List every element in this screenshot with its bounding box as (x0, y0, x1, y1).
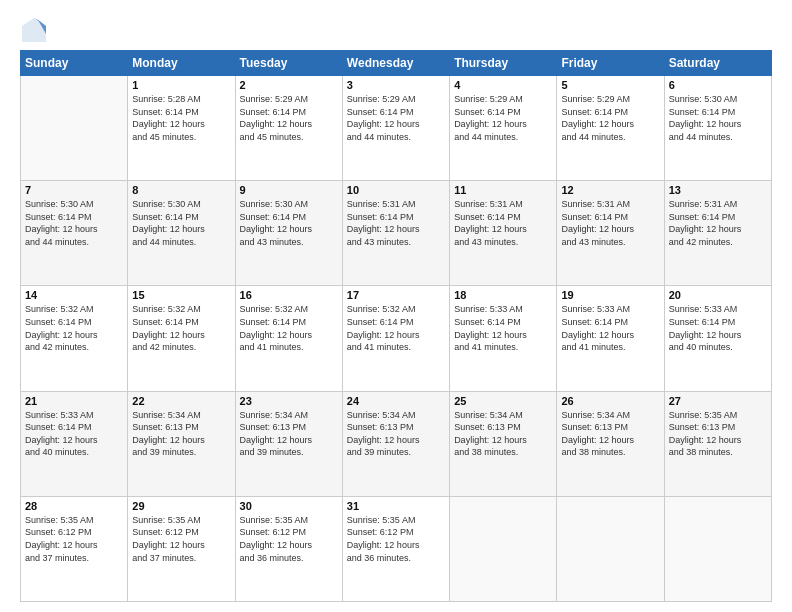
day-info: Sunrise: 5:33 AMSunset: 6:14 PMDaylight:… (25, 409, 123, 459)
day-number: 2 (240, 79, 338, 91)
weekday-header-thursday: Thursday (450, 51, 557, 76)
day-number: 27 (669, 395, 767, 407)
calendar-cell: 5Sunrise: 5:29 AMSunset: 6:14 PMDaylight… (557, 76, 664, 181)
calendar-cell: 17Sunrise: 5:32 AMSunset: 6:14 PMDayligh… (342, 286, 449, 391)
day-info: Sunrise: 5:32 AMSunset: 6:14 PMDaylight:… (240, 303, 338, 353)
day-number: 15 (132, 289, 230, 301)
calendar-cell: 29Sunrise: 5:35 AMSunset: 6:12 PMDayligh… (128, 496, 235, 601)
calendar-cell: 28Sunrise: 5:35 AMSunset: 6:12 PMDayligh… (21, 496, 128, 601)
day-number: 21 (25, 395, 123, 407)
day-number: 5 (561, 79, 659, 91)
calendar-cell: 21Sunrise: 5:33 AMSunset: 6:14 PMDayligh… (21, 391, 128, 496)
day-info: Sunrise: 5:35 AMSunset: 6:12 PMDaylight:… (347, 514, 445, 564)
weekday-header-monday: Monday (128, 51, 235, 76)
day-number: 14 (25, 289, 123, 301)
calendar-cell: 13Sunrise: 5:31 AMSunset: 6:14 PMDayligh… (664, 181, 771, 286)
calendar-cell: 31Sunrise: 5:35 AMSunset: 6:12 PMDayligh… (342, 496, 449, 601)
day-number: 31 (347, 500, 445, 512)
calendar-cell: 27Sunrise: 5:35 AMSunset: 6:13 PMDayligh… (664, 391, 771, 496)
day-info: Sunrise: 5:34 AMSunset: 6:13 PMDaylight:… (132, 409, 230, 459)
calendar-cell (557, 496, 664, 601)
day-number: 17 (347, 289, 445, 301)
calendar-cell: 30Sunrise: 5:35 AMSunset: 6:12 PMDayligh… (235, 496, 342, 601)
day-info: Sunrise: 5:30 AMSunset: 6:14 PMDaylight:… (240, 198, 338, 248)
calendar-cell: 10Sunrise: 5:31 AMSunset: 6:14 PMDayligh… (342, 181, 449, 286)
page: SundayMondayTuesdayWednesdayThursdayFrid… (0, 0, 792, 612)
day-info: Sunrise: 5:35 AMSunset: 6:13 PMDaylight:… (669, 409, 767, 459)
day-number: 7 (25, 184, 123, 196)
day-info: Sunrise: 5:32 AMSunset: 6:14 PMDaylight:… (25, 303, 123, 353)
day-number: 1 (132, 79, 230, 91)
day-info: Sunrise: 5:31 AMSunset: 6:14 PMDaylight:… (347, 198, 445, 248)
day-number: 13 (669, 184, 767, 196)
day-info: Sunrise: 5:29 AMSunset: 6:14 PMDaylight:… (240, 93, 338, 143)
day-info: Sunrise: 5:35 AMSunset: 6:12 PMDaylight:… (132, 514, 230, 564)
day-info: Sunrise: 5:35 AMSunset: 6:12 PMDaylight:… (25, 514, 123, 564)
day-number: 26 (561, 395, 659, 407)
header (20, 16, 772, 44)
day-info: Sunrise: 5:31 AMSunset: 6:14 PMDaylight:… (561, 198, 659, 248)
calendar-week-row: 1Sunrise: 5:28 AMSunset: 6:14 PMDaylight… (21, 76, 772, 181)
calendar-cell: 20Sunrise: 5:33 AMSunset: 6:14 PMDayligh… (664, 286, 771, 391)
day-number: 4 (454, 79, 552, 91)
calendar-cell: 1Sunrise: 5:28 AMSunset: 6:14 PMDaylight… (128, 76, 235, 181)
calendar-cell: 23Sunrise: 5:34 AMSunset: 6:13 PMDayligh… (235, 391, 342, 496)
calendar-cell: 4Sunrise: 5:29 AMSunset: 6:14 PMDaylight… (450, 76, 557, 181)
day-number: 10 (347, 184, 445, 196)
day-info: Sunrise: 5:28 AMSunset: 6:14 PMDaylight:… (132, 93, 230, 143)
svg-marker-0 (22, 18, 46, 42)
day-info: Sunrise: 5:34 AMSunset: 6:13 PMDaylight:… (561, 409, 659, 459)
calendar-week-row: 7Sunrise: 5:30 AMSunset: 6:14 PMDaylight… (21, 181, 772, 286)
calendar-cell: 16Sunrise: 5:32 AMSunset: 6:14 PMDayligh… (235, 286, 342, 391)
day-info: Sunrise: 5:34 AMSunset: 6:13 PMDaylight:… (454, 409, 552, 459)
logo-icon (20, 16, 48, 44)
calendar-cell: 15Sunrise: 5:32 AMSunset: 6:14 PMDayligh… (128, 286, 235, 391)
day-info: Sunrise: 5:34 AMSunset: 6:13 PMDaylight:… (347, 409, 445, 459)
day-info: Sunrise: 5:29 AMSunset: 6:14 PMDaylight:… (561, 93, 659, 143)
calendar-cell: 3Sunrise: 5:29 AMSunset: 6:14 PMDaylight… (342, 76, 449, 181)
day-info: Sunrise: 5:32 AMSunset: 6:14 PMDaylight:… (347, 303, 445, 353)
calendar-cell: 24Sunrise: 5:34 AMSunset: 6:13 PMDayligh… (342, 391, 449, 496)
calendar-week-row: 28Sunrise: 5:35 AMSunset: 6:12 PMDayligh… (21, 496, 772, 601)
day-number: 20 (669, 289, 767, 301)
day-info: Sunrise: 5:30 AMSunset: 6:14 PMDaylight:… (25, 198, 123, 248)
weekday-header-friday: Friday (557, 51, 664, 76)
logo (20, 16, 52, 44)
day-number: 18 (454, 289, 552, 301)
calendar-header-row: SundayMondayTuesdayWednesdayThursdayFrid… (21, 51, 772, 76)
day-info: Sunrise: 5:30 AMSunset: 6:14 PMDaylight:… (132, 198, 230, 248)
calendar-cell: 14Sunrise: 5:32 AMSunset: 6:14 PMDayligh… (21, 286, 128, 391)
calendar-cell (21, 76, 128, 181)
calendar-week-row: 14Sunrise: 5:32 AMSunset: 6:14 PMDayligh… (21, 286, 772, 391)
day-info: Sunrise: 5:33 AMSunset: 6:14 PMDaylight:… (669, 303, 767, 353)
day-info: Sunrise: 5:29 AMSunset: 6:14 PMDaylight:… (454, 93, 552, 143)
day-number: 24 (347, 395, 445, 407)
calendar-cell: 26Sunrise: 5:34 AMSunset: 6:13 PMDayligh… (557, 391, 664, 496)
day-info: Sunrise: 5:33 AMSunset: 6:14 PMDaylight:… (561, 303, 659, 353)
calendar-cell: 8Sunrise: 5:30 AMSunset: 6:14 PMDaylight… (128, 181, 235, 286)
calendar-week-row: 21Sunrise: 5:33 AMSunset: 6:14 PMDayligh… (21, 391, 772, 496)
calendar-cell: 6Sunrise: 5:30 AMSunset: 6:14 PMDaylight… (664, 76, 771, 181)
weekday-header-tuesday: Tuesday (235, 51, 342, 76)
day-number: 19 (561, 289, 659, 301)
day-number: 25 (454, 395, 552, 407)
calendar-cell: 18Sunrise: 5:33 AMSunset: 6:14 PMDayligh… (450, 286, 557, 391)
calendar-table: SundayMondayTuesdayWednesdayThursdayFrid… (20, 50, 772, 602)
calendar-cell: 12Sunrise: 5:31 AMSunset: 6:14 PMDayligh… (557, 181, 664, 286)
weekday-header-wednesday: Wednesday (342, 51, 449, 76)
day-info: Sunrise: 5:33 AMSunset: 6:14 PMDaylight:… (454, 303, 552, 353)
day-number: 9 (240, 184, 338, 196)
day-info: Sunrise: 5:29 AMSunset: 6:14 PMDaylight:… (347, 93, 445, 143)
calendar-cell: 9Sunrise: 5:30 AMSunset: 6:14 PMDaylight… (235, 181, 342, 286)
day-number: 29 (132, 500, 230, 512)
day-number: 22 (132, 395, 230, 407)
weekday-header-sunday: Sunday (21, 51, 128, 76)
day-info: Sunrise: 5:30 AMSunset: 6:14 PMDaylight:… (669, 93, 767, 143)
day-info: Sunrise: 5:31 AMSunset: 6:14 PMDaylight:… (454, 198, 552, 248)
day-number: 16 (240, 289, 338, 301)
day-number: 8 (132, 184, 230, 196)
calendar-cell: 25Sunrise: 5:34 AMSunset: 6:13 PMDayligh… (450, 391, 557, 496)
day-number: 3 (347, 79, 445, 91)
day-info: Sunrise: 5:35 AMSunset: 6:12 PMDaylight:… (240, 514, 338, 564)
day-number: 30 (240, 500, 338, 512)
